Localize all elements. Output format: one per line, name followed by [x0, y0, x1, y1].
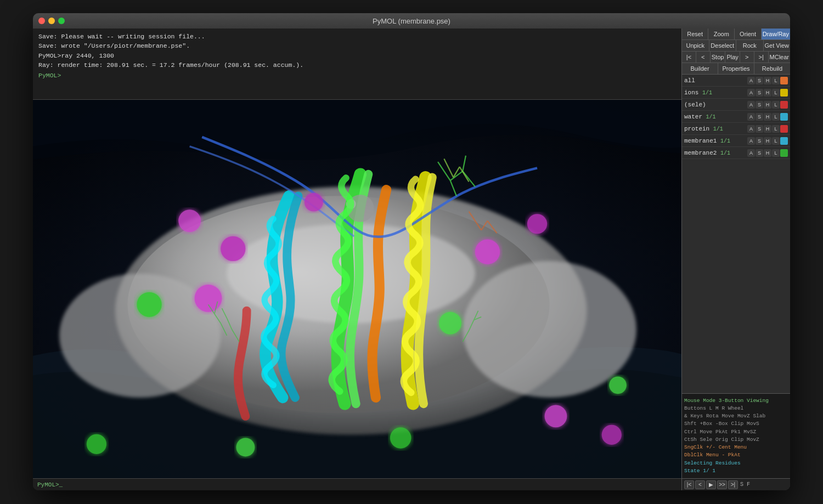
svg-point-16	[87, 434, 106, 454]
tl-s-label: S	[740, 482, 743, 488]
obj-S-water[interactable]: S	[756, 113, 763, 121]
obj-L-protein[interactable]: L	[772, 125, 780, 133]
obj-color-membrane1[interactable]	[780, 137, 788, 145]
tl-prev-button[interactable]: <	[695, 480, 705, 489]
obj-L-ions[interactable]: L	[772, 89, 780, 97]
obj-A-water[interactable]: A	[747, 113, 755, 121]
mouse-keys-line2: Shft +Box -Box Clip MovS	[684, 420, 788, 428]
properties-button[interactable]: Properties	[718, 63, 754, 74]
obj-H-all[interactable]: H	[764, 77, 771, 84]
tl-first-button[interactable]: |<	[684, 480, 694, 489]
object-row-protein: protein 1/1 A S H L	[682, 123, 790, 135]
builder-button[interactable]: Builder	[682, 63, 718, 74]
obj-H-water[interactable]: H	[764, 113, 771, 121]
bottom-status-bar: PyMOL>_	[33, 478, 681, 490]
svg-point-18	[390, 427, 411, 448]
svg-point-13	[602, 425, 622, 445]
object-name-membrane2: membrane2 1/1	[684, 150, 747, 156]
next-frame-button[interactable]: >	[740, 52, 754, 63]
orient-button[interactable]: Orient	[735, 29, 761, 39]
object-name-ions: ions 1/1	[684, 89, 747, 96]
right-panel: Reset Zoom Orient Draw/Ray Unpick Desele…	[681, 29, 790, 490]
main-window: PyMOL (membrane.pse) Save: Please wait -…	[33, 13, 790, 490]
rock-button[interactable]: Rock	[736, 40, 764, 51]
console-line-1: Save: Please wait -- writing session fil…	[38, 32, 676, 41]
obj-color-water[interactable]	[780, 113, 788, 121]
obj-S-membrane2[interactable]: S	[756, 149, 763, 157]
obj-H-membrane1[interactable]: H	[764, 137, 771, 145]
mclear-button[interactable]: MClear	[769, 52, 790, 63]
console-line-2: Save: wrote "/Users/piotr/membrane.pse".	[38, 41, 676, 50]
rebuild-button[interactable]: Rebuild	[754, 63, 790, 74]
obj-H-sele[interactable]: H	[764, 101, 771, 109]
obj-color-sele[interactable]	[780, 101, 788, 109]
obj-A-membrane2[interactable]: A	[747, 149, 755, 157]
object-list: all A S H L ions 1/1 A S H L	[682, 75, 790, 393]
obj-S-all[interactable]: S	[756, 77, 763, 84]
svg-point-9	[305, 193, 323, 212]
get-view-button[interactable]: Get View	[764, 40, 791, 51]
obj-color-protein[interactable]	[780, 125, 788, 133]
mouse-keys-line6: DblClk Menu - PkAt	[684, 451, 788, 459]
obj-A-ions[interactable]: A	[747, 89, 755, 97]
obj-S-protein[interactable]: S	[756, 125, 763, 133]
console-line-4: Ray: render time: 208.91 sec. = 17.2 fra…	[38, 60, 676, 70]
toolbar-row-3: |< < Stop Play > >| MClear	[682, 52, 790, 63]
mouse-buttons-header: Buttons L M R Wheel	[684, 405, 788, 412]
obj-S-membrane1[interactable]: S	[756, 137, 763, 145]
toolbar-row-2: Unpick Deselect Rock Get View	[682, 40, 790, 52]
deselect-button[interactable]: Deselect	[709, 40, 737, 51]
obj-color-ions[interactable]	[780, 89, 788, 97]
obj-L-all[interactable]: L	[772, 77, 780, 84]
main-content: Save: Please wait -- writing session fil…	[33, 29, 790, 490]
svg-point-17	[236, 438, 255, 456]
minimize-button[interactable]	[48, 18, 55, 24]
obj-A-all[interactable]: A	[747, 77, 755, 84]
obj-L-sele[interactable]: L	[772, 101, 780, 109]
tl-forward-button[interactable]: >>	[717, 480, 727, 489]
object-row-water: water 1/1 A S H L	[682, 111, 790, 123]
unpick-button[interactable]: Unpick	[682, 40, 709, 51]
obj-S-ions[interactable]: S	[756, 89, 763, 97]
close-button[interactable]	[38, 18, 45, 24]
obj-L-water[interactable]: L	[772, 113, 780, 121]
prev-frame-button[interactable]: <	[696, 52, 711, 63]
viewport[interactable]	[33, 100, 681, 478]
obj-H-protein[interactable]: H	[764, 125, 771, 133]
maximize-button[interactable]	[58, 18, 65, 24]
tl-f-label: F	[747, 482, 750, 488]
object-row-ions: ions 1/1 A S H L	[682, 87, 790, 99]
console-line-3: PyMOL>ray 2440, 1300	[38, 51, 676, 60]
svg-point-19	[609, 376, 627, 394]
play-button[interactable]: Play	[725, 52, 740, 63]
obj-H-ions[interactable]: H	[764, 89, 771, 97]
svg-point-4	[463, 261, 636, 398]
obj-A-protein[interactable]: A	[747, 125, 755, 133]
first-frame-button[interactable]: |<	[682, 52, 696, 63]
obj-A-membrane1[interactable]: A	[747, 137, 755, 145]
obj-color-all[interactable]	[780, 77, 788, 84]
last-frame-button[interactable]: >|	[754, 52, 769, 63]
svg-point-12	[545, 405, 567, 428]
console-panel: Save: Please wait -- writing session fil…	[33, 29, 681, 100]
window-title: PyMOL (membrane.pse)	[373, 17, 450, 25]
obj-L-membrane1[interactable]: L	[772, 137, 780, 145]
svg-point-8	[178, 209, 201, 232]
object-row-membrane2: membrane2 1/1 A S H L	[682, 147, 790, 159]
obj-L-membrane2[interactable]: L	[772, 149, 780, 157]
tl-play-button[interactable]: ▶	[706, 480, 716, 489]
mouse-state: State 1/ 1	[684, 467, 788, 475]
reset-button[interactable]: Reset	[682, 29, 708, 39]
object-row-membrane1: membrane1 1/1 A S H L	[682, 135, 790, 147]
stop-button[interactable]: Stop	[711, 52, 726, 63]
tl-last-button[interactable]: >|	[728, 480, 738, 489]
obj-S-sele[interactable]: S	[756, 101, 763, 109]
mouse-selecting: Selecting Residues	[684, 460, 788, 467]
object-name-protein: protein 1/1	[684, 126, 747, 132]
svg-point-11	[527, 214, 547, 234]
obj-color-membrane2[interactable]	[780, 149, 788, 157]
draw-ray-button[interactable]: Draw/Ray	[762, 29, 790, 39]
zoom-button[interactable]: Zoom	[708, 29, 735, 39]
obj-H-membrane2[interactable]: H	[764, 149, 771, 157]
obj-A-sele[interactable]: A	[747, 101, 755, 109]
